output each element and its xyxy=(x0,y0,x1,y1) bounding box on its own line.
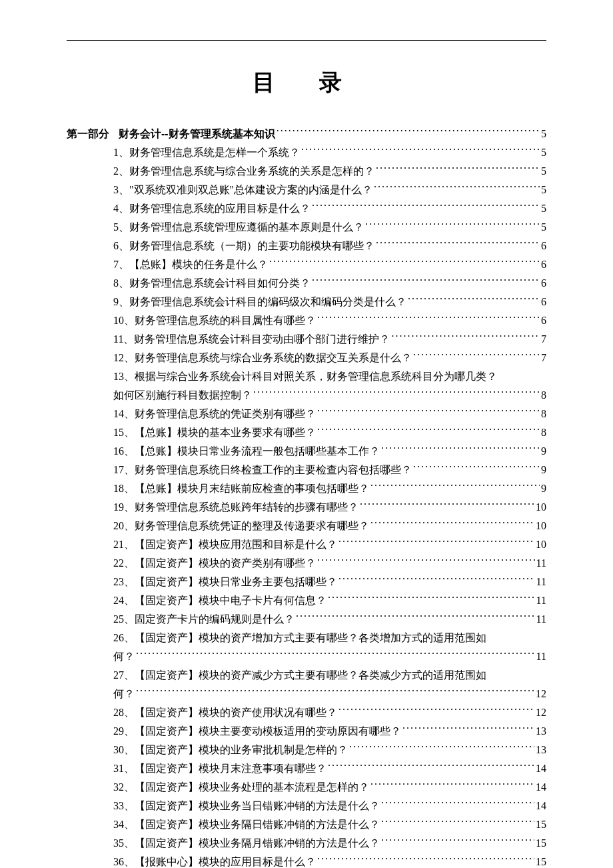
toc-entry: 27、【固定资产】模块的资产减少方式主要有哪些？各类减少方式的适用范围如何？12 xyxy=(113,666,546,703)
dot-leader xyxy=(296,612,535,623)
toc-entry-text: 23、【固定资产】模块日常业务主要包括哪些？ xyxy=(113,573,337,591)
dot-leader xyxy=(349,743,534,753)
toc-entry-text: 6、财务管理信息系统（一期）的主要功能模块有哪些？ xyxy=(113,237,374,255)
toc-page-number: 13 xyxy=(536,741,546,759)
toc-entry-line1: 26、【固定资产】模块的资产增加方式主要有哪些？各类增加方式的适用范围如 xyxy=(113,629,546,647)
toc-entry: 13、根据与综合业务系统会计科目对照关系，财务管理信息系统科目分为哪几类？如何区… xyxy=(113,367,546,405)
toc-entry: 10、财务管理信息系统的科目属性有哪些？6 xyxy=(113,311,546,330)
dot-leader xyxy=(312,276,540,287)
dot-leader xyxy=(408,295,540,305)
toc-entry-text: 15、【总账】模块的基本业务要求有哪些？ xyxy=(113,423,316,442)
dot-leader xyxy=(317,407,540,417)
toc-entry: 30、【固定资产】模块的业务审批机制是怎样的？13 xyxy=(113,741,546,759)
toc-entry-text: 19、财务管理信息系统总账跨年结转的步骤有哪些？ xyxy=(113,498,358,517)
toc-entry-text: 33、【固定资产】模块业务当日错账冲销的方法是什么？ xyxy=(113,797,380,815)
dot-leader xyxy=(317,855,534,865)
toc-entry: 1、财务管理信息系统是怎样一个系统？5 xyxy=(113,143,546,162)
dot-leader xyxy=(381,817,534,828)
toc-entry: 36、【报账中心】模块的应用目标是什么？15 xyxy=(113,853,546,868)
toc-entry-text: 24、【固定资产】模块中电子卡片有何信息？ xyxy=(113,591,326,610)
dot-leader xyxy=(370,780,534,791)
toc-page-number: 6 xyxy=(541,311,546,330)
dot-leader xyxy=(269,257,540,268)
toc-entry-line2: 何？11 xyxy=(113,647,546,666)
dot-leader xyxy=(381,799,534,809)
toc-entry: 33、【固定资产】模块业务当日错账冲销的方法是什么？14 xyxy=(113,797,546,815)
toc-entry: 31、【固定资产】模块月末注意事项有哪些？14 xyxy=(113,759,546,778)
dot-leader xyxy=(381,444,540,455)
toc-entry: 34、【固定资产】模块业务隔日错账冲销的方法是什么？15 xyxy=(113,815,546,834)
toc-entry-text: 7、【总账】模块的任务是什么？ xyxy=(113,255,268,274)
toc-page-number: 11 xyxy=(536,573,546,591)
toc-entry: 11、财务管理信息系统会计科目变动由哪个部门进行维护？7 xyxy=(113,330,546,349)
dot-leader xyxy=(312,201,540,212)
dot-leader xyxy=(136,649,535,660)
toc-entry-text: 何？ xyxy=(113,685,135,703)
toc-page-number: 8 xyxy=(541,386,546,405)
dot-leader xyxy=(277,127,540,137)
toc-entry: 18、【总账】模块月末结账前应检查的事项包括哪些？9 xyxy=(113,479,546,498)
header-rule xyxy=(67,40,546,41)
toc-page-number: 6 xyxy=(541,255,546,274)
toc-entry-text: 如何区别施行科目数据控制？ xyxy=(113,386,252,405)
toc-page-number: 11 xyxy=(536,554,546,573)
dot-leader xyxy=(136,687,534,697)
toc-page-number: 6 xyxy=(541,237,546,255)
toc-page-number: 8 xyxy=(541,405,546,423)
toc-entry: 25、固定资产卡片的编码规则是什么？11 xyxy=(113,610,546,629)
toc-page-number: 6 xyxy=(541,293,546,311)
toc-page-number: 14 xyxy=(536,797,546,815)
dot-leader xyxy=(402,724,534,735)
toc-entry: 6、财务管理信息系统（一期）的主要功能模块有哪些？6 xyxy=(113,237,546,255)
dot-leader xyxy=(391,332,540,343)
toc-entry-text: 5、财务管理信息系统管理应遵循的基本原则是什么？ xyxy=(113,218,364,237)
toc-entry-text: 4、财务管理信息系统的应用目标是什么？ xyxy=(113,199,310,218)
toc-entry: 26、【固定资产】模块的资产增加方式主要有哪些？各类增加方式的适用范围如何？11 xyxy=(113,629,546,666)
toc-entry-text: 29、【固定资产】模块主要变动模板适用的变动原因有哪些？ xyxy=(113,722,401,741)
dot-leader xyxy=(376,239,540,249)
toc-entry: 8、财务管理信息系统会计科目如何分类？6 xyxy=(113,274,546,293)
toc-entry: 14、财务管理信息系统的凭证类别有哪些？8 xyxy=(113,405,546,423)
toc-page-number: 14 xyxy=(536,778,546,797)
toc-page-number: 11 xyxy=(536,591,546,610)
toc-title: 目 录 xyxy=(67,67,546,98)
section-title: 财务会计--财务管理系统基本知识 xyxy=(119,125,275,143)
toc-entry: 35、【固定资产】模块业务隔月错账冲销的方法是什么？15 xyxy=(113,834,546,853)
toc-page-number: 5 xyxy=(541,162,546,181)
toc-entry: 17、财务管理信息系统日终检查工作的主要检查内容包括哪些？9 xyxy=(113,461,546,479)
toc-entry-text: 11、财务管理信息系统会计科目变动由哪个部门进行维护？ xyxy=(113,330,390,349)
toc-entry-text: 9、财务管理信息系统会计科目的编码级次和编码分类是什么？ xyxy=(113,293,406,311)
toc-entry-text: 何？ xyxy=(113,647,135,666)
toc-entry: 9、财务管理信息系统会计科目的编码级次和编码分类是什么？6 xyxy=(113,293,546,311)
toc-entry-line2: 如何区别施行科目数据控制？8 xyxy=(113,386,546,405)
toc-page-number: 10 xyxy=(536,535,546,554)
toc-entry-text: 20、财务管理信息系统凭证的整理及传递要求有哪些？ xyxy=(113,517,369,535)
dot-leader xyxy=(317,425,540,436)
toc-page-number: 7 xyxy=(541,330,546,349)
toc-entry-text: 28、【固定资产】模块的资产使用状况有哪些？ xyxy=(113,703,337,722)
toc-entry: 21、【固定资产】模块应用范围和目标是什么？10 xyxy=(113,535,546,554)
toc-entry: 19、财务管理信息系统总账跨年结转的步骤有哪些？10 xyxy=(113,498,546,517)
toc-page-number: 12 xyxy=(536,703,546,722)
dot-leader xyxy=(376,164,540,175)
dot-leader xyxy=(253,388,540,399)
toc-page-number: 15 xyxy=(536,853,546,868)
toc-page-number: 5 xyxy=(541,181,546,199)
toc-page-number: 14 xyxy=(536,759,546,778)
toc-entry-text: 32、【固定资产】模块业务处理的基本流程是怎样的？ xyxy=(113,778,369,797)
toc-page-number: 5 xyxy=(541,199,546,218)
toc-entry-line2: 何？12 xyxy=(113,685,546,703)
dot-leader xyxy=(317,313,540,324)
document-page: 目 录 第一部分 财务会计--财务管理系统基本知识 5 1、财务管理信息系统是怎… xyxy=(0,0,613,868)
toc-entry: 7、【总账】模块的任务是什么？6 xyxy=(113,255,546,274)
dot-leader xyxy=(328,593,535,604)
dot-leader xyxy=(338,537,534,548)
toc-page-number: 11 xyxy=(536,647,546,666)
toc-entry-text: 17、财务管理信息系统日终检查工作的主要检查内容包括哪些？ xyxy=(113,461,412,479)
toc-page-number: 11 xyxy=(536,610,546,629)
toc-entry-text: 18、【总账】模块月末结账前应检查的事项包括哪些？ xyxy=(113,479,369,498)
toc-entry-text: 34、【固定资产】模块业务隔日错账冲销的方法是什么？ xyxy=(113,815,380,834)
dot-leader xyxy=(370,519,534,529)
toc-page-number: 5 xyxy=(541,143,546,162)
toc-entry: 12、财务管理信息系统与综合业务系统的数据交互关系是什么？7 xyxy=(113,349,546,367)
